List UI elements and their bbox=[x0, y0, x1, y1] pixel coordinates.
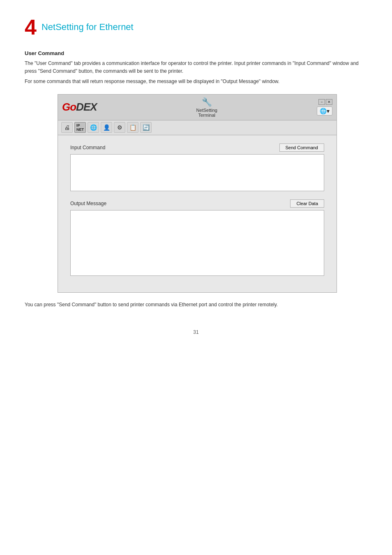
input-command-section: Input Command Send Command bbox=[70, 143, 324, 193]
app-titlebar: GoDEX 🔧 NetSetting Terminal − ✕ 🌐▾ bbox=[58, 95, 337, 120]
send-command-button[interactable]: Send Command bbox=[279, 143, 325, 152]
app-logo: GoDEX bbox=[62, 101, 97, 113]
godex-logo-text: GoDEX bbox=[62, 101, 97, 113]
chapter-title: NetSetting for Ethernet bbox=[42, 22, 134, 32]
page-header: 4 NetSetting for Ethernet bbox=[25, 16, 367, 38]
app-title-line1: NetSetting bbox=[196, 108, 217, 113]
close-button[interactable]: ✕ bbox=[326, 99, 332, 105]
toolbar-print-icon[interactable]: 🖨 bbox=[61, 122, 73, 133]
output-message-header-row: Output Message Clear Data bbox=[70, 199, 324, 208]
input-command-label: Input Command bbox=[70, 145, 120, 150]
clear-data-button[interactable]: Clear Data bbox=[290, 199, 324, 208]
app-content: Input Command Send Command Output Messag… bbox=[58, 135, 337, 292]
title-buttons: − ✕ bbox=[318, 99, 332, 105]
body-text-1: The "User Command" tab provides a commun… bbox=[25, 60, 367, 75]
toolbar-refresh-icon[interactable]: 🔄 bbox=[140, 122, 152, 133]
body-text-2: For some commands that will return respo… bbox=[25, 78, 367, 86]
toolbar-user-icon[interactable]: 👤 bbox=[101, 122, 112, 133]
toolbar-globe-icon[interactable]: 🌐 bbox=[88, 122, 99, 133]
window-controls: − ✕ 🌐▾ bbox=[317, 99, 332, 116]
minimize-button[interactable]: − bbox=[318, 99, 325, 105]
section-title: User Command bbox=[25, 50, 367, 56]
page-number: 31 bbox=[25, 321, 367, 335]
output-message-textarea[interactable] bbox=[70, 210, 324, 276]
toolbar: 🖨 IPNET 🌐 👤 ⚙ 📋 🔄 bbox=[58, 120, 337, 135]
app-window: GoDEX 🔧 NetSetting Terminal − ✕ 🌐▾ 🖨 IPN… bbox=[58, 94, 337, 293]
network-status-button[interactable]: 🌐▾ bbox=[317, 106, 332, 116]
toolbar-gear-icon[interactable]: ⚙ bbox=[114, 122, 125, 133]
netsetting-icon: 🔧 bbox=[196, 97, 217, 107]
toolbar-document-icon[interactable]: 📋 bbox=[127, 122, 138, 133]
input-command-header-row: Input Command Send Command bbox=[70, 143, 324, 152]
app-title-center: 🔧 NetSetting Terminal bbox=[196, 97, 217, 118]
toolbar-ip-icon[interactable]: IPNET bbox=[74, 122, 86, 133]
app-title-line2: Terminal bbox=[196, 113, 217, 118]
output-message-section: Output Message Clear Data bbox=[70, 199, 324, 278]
footer-text: You can press "Send Command" button to s… bbox=[25, 301, 367, 309]
output-message-label: Output Message bbox=[70, 201, 120, 206]
input-command-textarea[interactable] bbox=[70, 154, 324, 191]
chapter-number: 4 bbox=[25, 16, 37, 38]
